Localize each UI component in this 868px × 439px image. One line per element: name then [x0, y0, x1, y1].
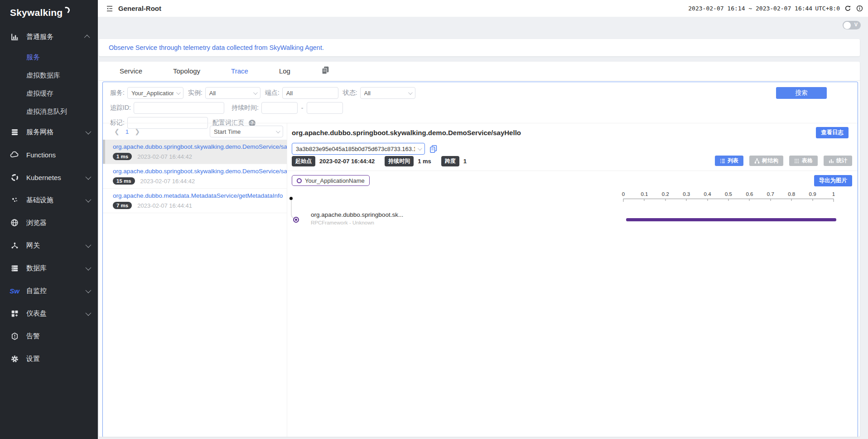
trace-endpoint-link[interactable]: org.apache.dubbo.springboot.skywalking.d… — [113, 143, 282, 150]
version-toggle[interactable]: V — [843, 21, 861, 29]
sidebar-item-database[interactable]: 数据库 — [0, 257, 98, 279]
status-select[interactable]: All — [360, 87, 415, 99]
span-name-link[interactable]: org.apache.dubbo.springboot.sk... — [311, 211, 403, 218]
trace-endpoint-link[interactable]: org.apache.dubbo.metadata.MetadataServic… — [113, 192, 282, 199]
trace-list-item[interactable]: org.apache.dubbo.springboot.skywalking.d… — [103, 140, 287, 164]
sidebar-item-kubernetes[interactable]: Kubernetes — [0, 166, 98, 189]
view-tree-button[interactable]: 树结构 — [749, 156, 783, 166]
alert-icon — [10, 332, 19, 341]
sidebar-item-gateway[interactable]: 网关 — [0, 234, 98, 257]
page-number[interactable]: 1 — [123, 128, 132, 135]
banner: Observe Service through telemetry data c… — [99, 39, 860, 56]
tree-connector — [291, 200, 295, 219]
chevron-down-icon — [253, 90, 258, 95]
trace-id-select[interactable]: 3a3b823e95e045a185b0d75d673c8733.163.167… — [292, 143, 425, 155]
banner-text: Observe Service through telemetry data c… — [109, 44, 324, 51]
sidebar-item-virtual-database[interactable]: 虚拟数据库 — [0, 66, 98, 84]
view-list-button[interactable]: 列表 — [715, 156, 743, 166]
timezone-label: UTC+8:0 — [815, 5, 840, 12]
sidebar-item-self-observability[interactable]: Sw 自监控 — [0, 279, 98, 302]
next-page-button[interactable]: ❯ — [131, 128, 143, 135]
timeline-axis: 0 0.1 0.2 0.3 0.4 0.5 0.6 0.7 0.8 0.9 1 — [623, 191, 834, 199]
database-icon — [10, 263, 19, 273]
trace-list-item[interactable]: org.apache.dubbo.springboot.skywalking.d… — [103, 164, 287, 189]
info-icon[interactable] — [856, 5, 863, 12]
chevron-down-icon — [86, 128, 92, 134]
instance-select[interactable]: All — [205, 87, 260, 99]
spans-badge: 跨度 — [441, 156, 459, 166]
globe-icon — [10, 218, 19, 227]
trace-endpoint-link[interactable]: org.apache.dubbo.springboot.skywalking.d… — [113, 168, 282, 175]
span-layer-label: RPCFramework - Unknown — [311, 220, 374, 225]
service-label: 服务: — [110, 89, 125, 97]
tab-service[interactable]: Service — [120, 67, 142, 75]
sidebar-item-service-mesh[interactable]: 服务网格 — [0, 121, 98, 143]
layers-icon — [10, 127, 19, 137]
chevron-down-icon — [86, 264, 92, 270]
tab-bar: Service Topology Trace Log — [99, 62, 860, 81]
sw-logo-icon: Sw — [10, 286, 19, 295]
tab-trace[interactable]: Trace — [231, 67, 248, 75]
app-logo[interactable]: Skywalking — [0, 0, 98, 25]
view-table-button[interactable]: 表格 — [789, 156, 818, 166]
table-icon — [794, 158, 800, 164]
refresh-icon[interactable] — [844, 5, 852, 12]
main-panel: Service Topology Trace Log 服务: Your_Appl… — [99, 62, 860, 437]
sidebar-item-virtual-mq[interactable]: 虚拟消息队列 — [0, 102, 98, 121]
sidebar-item-settings[interactable]: 设置 — [0, 347, 98, 370]
bar-chart-icon — [829, 158, 834, 164]
copy-widget-icon[interactable] — [321, 66, 329, 77]
sidebar-item-general-service[interactable]: 普通服务 — [0, 25, 98, 48]
chart-icon — [10, 32, 19, 41]
time-range-picker[interactable]: 2023-02-07 16:14 ~ 2023-02-07 16:44 — [688, 5, 812, 12]
export-image-button[interactable]: 导出为图片 — [814, 175, 853, 186]
trace-widget: 服务: Your_ApplicationName 实例: All 端点: All… — [102, 82, 858, 437]
trace-detail: org.apache.dubbo.springboot.skywalking.d… — [287, 123, 858, 437]
toggle-knob-icon — [844, 22, 851, 29]
sidebar-item-label: 普通服务 — [26, 33, 53, 41]
prev-page-button[interactable]: ❮ — [111, 128, 123, 135]
trace-list-toolbar: ❮ 1 ❯ Start Time — [103, 123, 287, 140]
dots-icon — [10, 195, 19, 205]
start-badge: 起始点 — [292, 156, 315, 166]
list-icon — [720, 158, 725, 164]
trace-content: ❮ 1 ❯ Start Time org.apache.dubbo.spring… — [103, 123, 858, 437]
chevron-down-icon — [276, 129, 280, 133]
sidebar-item-dashboards[interactable]: 仪表盘 — [0, 302, 98, 325]
service-select[interactable]: Your_ApplicationName — [127, 87, 183, 99]
sidebar-item-infrastructure[interactable]: 基础设施 — [0, 189, 98, 211]
circle-icon — [297, 178, 302, 183]
duration-max-input[interactable] — [307, 102, 343, 114]
duration-min-input[interactable] — [261, 102, 298, 114]
tab-log[interactable]: Log — [279, 67, 290, 75]
view-statistics-button[interactable]: 统计 — [824, 156, 852, 166]
toggle-label: V — [854, 22, 858, 27]
sidebar-item-virtual-cache[interactable]: 虚拟缓存 — [0, 84, 98, 102]
sidebar-item-browser[interactable]: 浏览器 — [0, 211, 98, 234]
copy-trace-id-icon[interactable] — [429, 145, 437, 153]
span-duration-bar[interactable] — [626, 218, 836, 221]
chevron-down-icon — [408, 90, 413, 95]
sidebar-item-functions[interactable]: Functions — [0, 143, 98, 166]
search-button[interactable]: 搜索 — [776, 87, 827, 99]
trace-list: ❮ 1 ❯ Start Time org.apache.dubbo.spring… — [103, 123, 287, 437]
chevron-down-icon — [176, 90, 181, 95]
duration-separator: - — [301, 104, 304, 112]
trace-root-node-icon — [289, 197, 293, 200]
app-logo-text: Skywalking — [10, 7, 63, 18]
page-title: General-Root — [118, 5, 161, 12]
menu-fold-icon[interactable] — [106, 5, 114, 13]
trace-meta: 起始点 2023-02-07 16:44:42 持续时间 1 ms 跨度 1 — [292, 156, 477, 166]
sidebar-item-service[interactable]: 服务 — [0, 48, 98, 66]
trace-id-input[interactable] — [134, 102, 224, 114]
view-logs-button[interactable]: 查看日志 — [816, 127, 849, 138]
sort-select[interactable]: Start Time — [210, 126, 283, 137]
trace-list-item[interactable]: org.apache.dubbo.metadata.MetadataServic… — [103, 189, 287, 213]
duration-badge: 15 ms — [113, 177, 135, 185]
span-node-icon[interactable] — [293, 217, 299, 223]
chevron-up-icon — [84, 34, 90, 40]
sidebar-item-alerting[interactable]: 告警 — [0, 325, 98, 347]
tab-topology[interactable]: Topology — [173, 67, 200, 75]
endpoint-input[interactable]: All — [282, 87, 338, 99]
service-legend-chip[interactable]: Your_ApplicationName — [292, 175, 370, 186]
